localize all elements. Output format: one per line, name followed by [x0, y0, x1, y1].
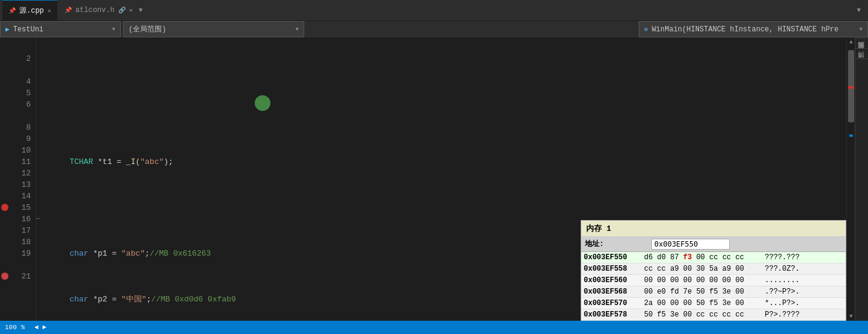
- tab-close-yuan[interactable]: ✕: [48, 7, 51, 14]
- toolbar: ▶ TestUni ▼ (全局范围) ▼ ⊕ WinMain(HINSTANCE…: [0, 21, 868, 38]
- line-num-20: [12, 259, 31, 271]
- line-num-4: 4: [12, 76, 31, 87]
- mem-chars-1: ???.0Z?.: [762, 263, 846, 275]
- tab-overflow-btn[interactable]: ▼: [854, 5, 863, 15]
- mem-chars-2: ........: [762, 275, 846, 286]
- line-num-11: 11: [12, 156, 31, 168]
- zoom-value: 100 %: [5, 324, 25, 331]
- function-dropdown[interactable]: ⊕ WinMain(HINSTANCE hInstance, HINSTANCE…: [639, 21, 868, 37]
- line-num-19: 19: [12, 248, 31, 259]
- address-input-area[interactable]: [648, 238, 846, 250]
- nav-arrows-icon: ◄ ►: [34, 324, 46, 331]
- mem-chars-4: *...P?>.: [762, 298, 846, 309]
- vtab-2[interactable]: 博博: [855, 58, 868, 69]
- tab-bar: 📌 源.cpp ✕ 📌 atlconv.h 🔗 ✕ ▼ ▼: [0, 0, 868, 21]
- scope-arrow: ▼: [112, 27, 115, 33]
- mem-addr-3: 0x003EF568: [581, 286, 642, 298]
- breakpoint-column: [0, 38, 10, 321]
- tab-icon-link: 🔗: [118, 7, 126, 14]
- editor-area[interactable]: 2 4 5 6 8 9 10 11 12 13 14 15 16 17 18 1…: [0, 38, 855, 321]
- context-arrow: ▼: [296, 27, 299, 33]
- breakpoint-dot-15[interactable]: [1, 204, 8, 211]
- code-line-1: [51, 110, 846, 122]
- vertical-sidebar: 解计算法 图解资源 博博: [855, 38, 868, 321]
- func-arrow: ▼: [860, 27, 863, 33]
- line-num-6: 6: [12, 99, 31, 110]
- line-num-13: 13: [12, 179, 31, 191]
- address-input[interactable]: [651, 239, 730, 250]
- mem-bytes-3: 00 e0 fd 7e 50 f5 3e 00: [642, 286, 762, 298]
- status-bar: 100 % ◄ ►: [0, 321, 868, 334]
- nav-arrows[interactable]: ◄ ►: [34, 324, 46, 331]
- test-icon: ▶: [5, 25, 10, 33]
- code-line-3: [51, 202, 846, 213]
- function-icon: ⊕: [644, 25, 648, 33]
- line-num-5: 5: [12, 87, 31, 99]
- context-dropdown[interactable]: (全局范围) ▼: [123, 21, 304, 37]
- tab-yuan-cpp[interactable]: 📌 源.cpp ✕: [2, 0, 57, 20]
- mem-chars-0: ????.???: [762, 252, 846, 263]
- line-num-21: 21: [12, 271, 31, 282]
- zoom-control[interactable]: 100 %: [5, 324, 25, 331]
- tab-right-controls: ▼: [854, 5, 866, 15]
- line-num-15: 15: [12, 202, 31, 213]
- memory-row-4: 0x003EF570 2a 00 00 00 50 f5 3e 00 *...P…: [581, 298, 846, 309]
- ide-wrapper: 📌 源.cpp ✕ 📌 atlconv.h 🔗 ✕ ▼ ▼ ▶ TestUni …: [0, 0, 868, 334]
- vtab-1[interactable]: 图解资源: [855, 48, 868, 58]
- line-num-16: 16: [12, 213, 31, 225]
- mem-addr-1: 0x003EF558: [581, 263, 642, 275]
- mem-bytes-1: cc cc a9 00 30 5a a9 00: [642, 263, 762, 275]
- tab-pin-icon: 📌: [8, 7, 16, 14]
- context-label: (全局范围): [129, 24, 166, 34]
- memory-row-3: 0x003EF568 00 e0 fd 7e 50 f5 3e 00 .??~P…: [581, 286, 846, 298]
- line-num-10: 10: [12, 145, 31, 156]
- memory-table: 0x003EF550 d6 d0 87 f3 00 cc cc cc ????.…: [581, 252, 846, 321]
- function-label: WinMain(HINSTANCE hInstance, HINSTANCE h…: [652, 25, 839, 34]
- mem-chars-5: P?>.????: [762, 309, 846, 321]
- line-num-17: 17: [12, 225, 31, 236]
- line-num-18: 18: [12, 236, 31, 248]
- scope-label: TestUni: [13, 25, 43, 34]
- memory-row-1: 0x003EF558 cc cc a9 00 30 5a a9 00 ???.0…: [581, 263, 846, 275]
- mem-bytes-2: 00 00 00 00 00 00 00 00: [642, 275, 762, 286]
- breakpoint-dot-21[interactable]: [1, 273, 8, 280]
- line-num-7: [12, 110, 31, 122]
- cursor-indicator: [255, 95, 270, 111]
- editor-scrollbar[interactable]: ▲ ▼: [846, 38, 855, 321]
- scroll-marker-2: [849, 134, 853, 137]
- vtab-0[interactable]: 解计算法: [855, 38, 868, 48]
- mem-bytes-4: 2a 00 00 00 50 f5 3e 00: [642, 298, 762, 309]
- scroll-up-btn[interactable]: ▲: [847, 38, 855, 46]
- memory-panel: 内存 1 地址: 0x003EF550 d6 d0 87 f3 00 cc cc…: [581, 220, 846, 321]
- line-num-3: [12, 65, 31, 76]
- memory-row-2: 0x003EF560 00 00 00 00 00 00 00 00 .....…: [581, 275, 846, 286]
- mem-bytes-0: d6 d0 87 f3 00 cc cc cc: [642, 252, 762, 263]
- tab-atlconv-h[interactable]: 📌 atlconv.h 🔗 ✕ ▼: [59, 0, 151, 20]
- mem-addr-2: 0x003EF560: [581, 275, 642, 286]
- tab-close-atlconv[interactable]: ✕: [129, 7, 133, 14]
- mem-chars-3: .??~P?>.: [762, 286, 846, 298]
- address-label: 地址:: [581, 238, 648, 250]
- code-line-2: TCHAR *t1 = _I("abc");: [51, 156, 846, 168]
- line-num-8: 8: [12, 122, 31, 133]
- scope-dropdown[interactable]: ▶ TestUni ▼: [0, 21, 121, 37]
- tab-label-yuan: 源.cpp: [19, 5, 44, 16]
- collapse-arrow-16[interactable]: ─: [36, 216, 40, 222]
- memory-header: 地址:: [581, 237, 846, 252]
- mem-addr-0: 0x003EF550: [581, 252, 642, 263]
- main-area: 2 4 5 6 8 9 10 11 12 13 14 15 16 17 18 1…: [0, 38, 868, 321]
- line-num-blank: [12, 42, 31, 53]
- line-num-2: 2: [12, 53, 31, 65]
- line-num-12: 12: [12, 168, 31, 179]
- tab-label-atlconv: atlconv.h: [75, 6, 115, 14]
- scroll-down-btn[interactable]: ▼: [847, 312, 855, 321]
- mem-addr-4: 0x003EF570: [581, 298, 642, 309]
- memory-row-5: 0x003EF578 50 f5 3e 00 cc cc cc cc P?>.?…: [581, 309, 846, 321]
- mem-addr-5: 0x003EF578: [581, 309, 642, 321]
- line-numbers: 2 4 5 6 8 9 10 11 12 13 14 15 16 17 18 1…: [10, 38, 36, 321]
- memory-row-0: 0x003EF550 d6 d0 87 f3 00 cc cc cc ????.…: [581, 252, 846, 263]
- scroll-marker-blue: [848, 86, 854, 89]
- tab-arrow-down[interactable]: ▼: [136, 5, 145, 15]
- collapse-column: ─: [36, 38, 45, 321]
- mem-bytes-5: 50 f5 3e 00 cc cc cc cc: [642, 309, 762, 321]
